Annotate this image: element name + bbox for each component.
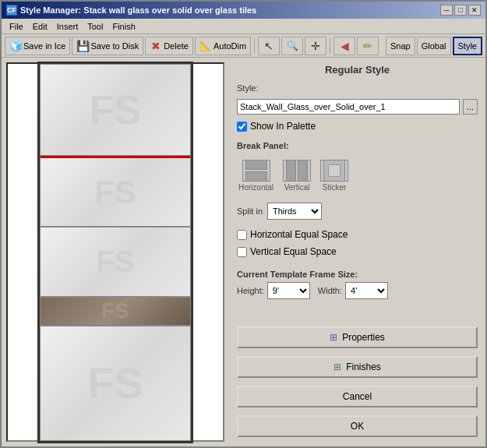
snap-button[interactable]: Snap	[386, 37, 415, 55]
wall-section-5: FS	[40, 326, 191, 441]
split-in-row: Split in Thirds Halves Quarters	[237, 203, 478, 220]
app-icon: CF	[6, 5, 17, 16]
split-in-label: Split in	[237, 206, 263, 216]
autodim-icon: 📐	[199, 40, 212, 52]
arrow-left-icon: ◀	[338, 40, 351, 52]
horizontal-break-button[interactable]: Horizontal	[237, 158, 275, 193]
sticker-label: Sticker	[323, 183, 347, 192]
v-equal-row: Vertical Equal Space	[237, 246, 478, 257]
preview-panel: FS FS 6' - 4.8" AFF FS FS FS	[6, 62, 224, 442]
maximize-button[interactable]: □	[454, 5, 467, 16]
menu-file[interactable]: File	[5, 21, 28, 32]
style-field-row: Style:	[237, 83, 478, 93]
panel-title: Regular Style	[237, 64, 478, 76]
width-dropdown[interactable]: 4' 3' 5'	[345, 282, 388, 299]
cursor-tool[interactable]: ↖	[258, 37, 280, 55]
snap-label: Snap	[390, 41, 411, 51]
wall-section-1: FS	[40, 64, 191, 157]
menu-tool[interactable]: Tool	[83, 21, 108, 32]
title-controls: ─ □ ✕	[440, 5, 481, 16]
style-browse-button[interactable]: ...	[463, 99, 478, 115]
properties-button[interactable]: ⊞ Properties	[237, 326, 478, 348]
style-button[interactable]: Style	[453, 37, 482, 55]
move-icon: ✛	[309, 40, 322, 52]
toolbar-sep-2	[330, 38, 330, 54]
main-content: FS FS 6' - 4.8" AFF FS FS FS	[2, 58, 485, 446]
menu-insert[interactable]: Insert	[52, 21, 83, 32]
ok-button[interactable]: OK	[237, 415, 478, 437]
save-disk-button[interactable]: 💾 Save to Disk	[72, 37, 143, 55]
sticker-button[interactable]: Sticker	[319, 158, 350, 193]
style-field-label: Style:	[237, 83, 259, 93]
wall-preview: FS FS 6' - 4.8" AFF FS FS FS	[37, 62, 193, 443]
arrow-left-button[interactable]: ◀	[333, 37, 355, 55]
show-palette-label: Show In Palette	[250, 121, 316, 132]
finishes-label: Finishes	[346, 362, 381, 372]
h-equal-checkbox[interactable]	[237, 230, 247, 240]
move-tool[interactable]: ✛	[305, 37, 326, 55]
height-dropdown[interactable]: 9' 8' 10'	[267, 282, 310, 299]
zoom-icon: 🔍	[286, 40, 298, 52]
style-label: Style	[458, 41, 477, 51]
autodim-label: AutoDim	[214, 41, 246, 51]
save-disk-icon: 💾	[76, 40, 89, 52]
title-bar: CF Style Manager: Stack wall glass over …	[2, 2, 485, 19]
wall-section-3: FS	[40, 227, 191, 296]
finishes-button[interactable]: ⊞ Finishes	[237, 356, 478, 378]
height-label: Height:	[237, 286, 264, 295]
vertical-break-label: Vertical	[284, 183, 310, 192]
global-button[interactable]: Global	[417, 37, 451, 55]
horizontal-break-icon	[242, 160, 270, 182]
menu-edit[interactable]: Edit	[28, 21, 52, 32]
autodim-button[interactable]: 📐 AutoDim	[195, 37, 251, 55]
properties-label: Properties	[342, 332, 385, 343]
style-input[interactable]	[237, 99, 460, 115]
sticker-icon	[320, 160, 348, 182]
horizontal-break-label: Horizontal	[238, 183, 273, 192]
vertical-break-icon	[283, 160, 311, 182]
cancel-label: Cancel	[343, 391, 372, 402]
save-ice-label: Save in Ice	[23, 41, 65, 51]
minimize-button[interactable]: ─	[440, 5, 453, 16]
fs-label-4: FS	[101, 298, 129, 323]
title-bar-left: CF Style Manager: Stack wall glass over …	[6, 5, 256, 16]
menu-bar: File Edit Insert Tool Finish	[2, 19, 485, 34]
toolbar-sep-1	[254, 38, 255, 54]
wall-section-2: FS 6' - 4.8" AFF	[40, 156, 191, 227]
close-button[interactable]: ✕	[468, 5, 481, 16]
window-title: Style Manager: Stack wall glass over sol…	[20, 5, 256, 15]
save-ice-button[interactable]: 🧊 Save in Ice	[5, 37, 70, 55]
delete-button[interactable]: ✖ Delete	[145, 37, 193, 55]
frame-size-section: Current Template Frame Size: Height: 9' …	[237, 270, 478, 299]
break-panel-label: Break Panel:	[237, 141, 478, 150]
zoom-tool[interactable]: 🔍	[281, 37, 303, 55]
vertical-break-button[interactable]: Vertical	[281, 158, 312, 193]
save-ice-icon: 🧊	[9, 40, 22, 52]
finishes-icon: ⊞	[333, 362, 341, 372]
cancel-button[interactable]: Cancel	[237, 386, 478, 407]
height-field: Height: 9' 8' 10'	[237, 282, 310, 299]
properties-icon: ⊞	[330, 332, 337, 343]
split-dropdown[interactable]: Thirds Halves Quarters	[267, 203, 322, 220]
cursor-icon: ↖	[263, 40, 275, 52]
save-disk-label: Save to Disk	[90, 41, 139, 51]
wall-section-4: FS	[40, 297, 191, 326]
fs-label-2: FS	[94, 174, 136, 211]
width-label: Width:	[318, 286, 342, 295]
right-panel: Regular Style Style: ... Show In Palette…	[229, 58, 485, 446]
v-equal-checkbox[interactable]	[237, 247, 247, 257]
show-palette-checkbox[interactable]	[237, 122, 247, 132]
break-panel-row: Horizontal Vertical	[237, 158, 478, 193]
pencil-button[interactable]: ✏	[357, 37, 379, 55]
delete-label: Delete	[164, 41, 189, 51]
show-palette-row: Show In Palette	[237, 121, 478, 132]
style-input-row: ...	[237, 99, 478, 115]
menu-finish[interactable]: Finish	[108, 21, 139, 32]
v-equal-label: Vertical Equal Space	[250, 246, 337, 257]
fs-label-5: FS	[87, 358, 143, 408]
pencil-icon: ✏	[362, 40, 374, 52]
global-label: Global	[422, 41, 446, 51]
delete-icon: ✖	[150, 40, 162, 52]
toolbar: 🧊 Save in Ice 💾 Save to Disk ✖ Delete 📐 …	[2, 34, 485, 58]
frame-size-title: Current Template Frame Size:	[237, 270, 478, 279]
